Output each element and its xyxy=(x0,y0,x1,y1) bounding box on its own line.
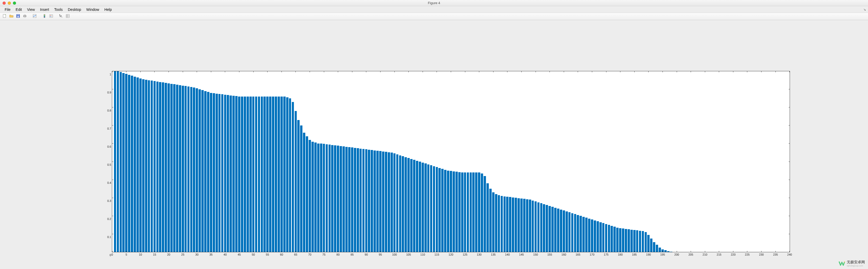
x-tick-label: 50 xyxy=(252,253,255,256)
bar xyxy=(407,158,410,252)
bar xyxy=(221,94,224,252)
x-tick-mark xyxy=(408,71,409,72)
bar xyxy=(297,120,300,252)
menu-file[interactable]: File xyxy=(2,7,13,12)
x-tick-label: 60 xyxy=(280,253,283,256)
bar xyxy=(227,95,229,252)
bar xyxy=(136,77,139,252)
bar xyxy=(320,143,322,252)
x-tick-label: 125 xyxy=(463,253,467,256)
x-tick-mark xyxy=(662,251,663,252)
bar xyxy=(360,149,362,252)
bar xyxy=(224,95,226,252)
minimize-window-button[interactable] xyxy=(8,2,11,5)
property-inspector-icon xyxy=(66,14,70,19)
bar xyxy=(114,71,116,252)
x-tick-mark xyxy=(775,251,776,252)
bar xyxy=(368,150,370,252)
window-controls xyxy=(0,2,16,5)
new-figure-button[interactable] xyxy=(2,14,8,20)
menu-help[interactable]: Help xyxy=(102,7,115,12)
x-tick-mark xyxy=(535,251,536,252)
x-tick-label: 140 xyxy=(505,253,510,256)
bar xyxy=(599,222,602,252)
x-tick-label: 235 xyxy=(773,253,778,256)
bar xyxy=(503,197,506,252)
bar xyxy=(402,156,404,252)
bar xyxy=(151,80,153,252)
bar xyxy=(441,169,443,252)
menu-window[interactable]: Window xyxy=(84,7,102,12)
zoom-window-button[interactable] xyxy=(13,2,16,5)
bar xyxy=(286,97,288,252)
menubar-overflow-icon[interactable]: ↘ xyxy=(863,8,866,11)
new-figure-icon xyxy=(3,14,7,19)
edit-plot-button[interactable] xyxy=(58,14,64,20)
link-plot-button[interactable] xyxy=(32,14,38,20)
x-tick-mark xyxy=(324,251,324,252)
bar xyxy=(523,199,526,252)
bar xyxy=(167,83,170,252)
bar xyxy=(357,148,359,252)
bar xyxy=(425,163,427,252)
menu-insert[interactable]: Insert xyxy=(37,7,52,12)
x-tick-mark xyxy=(281,71,282,72)
bar xyxy=(405,157,407,252)
x-tick-mark xyxy=(535,71,536,72)
x-tick-mark xyxy=(352,251,352,252)
x-tick-mark xyxy=(112,251,113,252)
bar xyxy=(416,161,418,252)
x-tick-mark xyxy=(775,71,776,72)
x-tick-mark xyxy=(465,251,465,252)
close-window-button[interactable] xyxy=(3,2,6,5)
x-tick-label: 90 xyxy=(365,253,368,256)
menu-view[interactable]: View xyxy=(25,7,37,12)
bar xyxy=(568,212,571,252)
bar xyxy=(534,201,537,252)
bar xyxy=(456,172,458,252)
x-tick-label: 205 xyxy=(688,253,693,256)
save-button[interactable] xyxy=(15,14,21,20)
bar xyxy=(213,93,215,252)
x-tick-label: 35 xyxy=(209,253,213,256)
x-tick-mark xyxy=(479,71,479,72)
bar xyxy=(309,140,311,252)
print-button[interactable] xyxy=(22,14,28,20)
bar xyxy=(458,172,461,252)
y-tick-label: 0.3 xyxy=(107,199,111,202)
bar xyxy=(602,223,604,252)
bar xyxy=(597,221,599,252)
menu-tools[interactable]: Tools xyxy=(52,7,65,12)
menu-desktop[interactable]: Desktop xyxy=(65,7,84,12)
property-inspector-button[interactable] xyxy=(65,14,71,20)
x-tick-mark xyxy=(451,71,451,72)
bar xyxy=(202,90,204,252)
x-tick-label: 120 xyxy=(448,253,453,256)
x-tick-label: 15 xyxy=(153,253,156,256)
x-tick-mark xyxy=(267,71,268,72)
x-tick-label: 185 xyxy=(632,253,637,256)
bar xyxy=(588,218,590,252)
x-tick-mark xyxy=(620,251,620,252)
menu-edit[interactable]: Edit xyxy=(13,7,25,12)
watermark-subtext: wjhotelgroup.com xyxy=(847,265,865,267)
open-button[interactable] xyxy=(8,14,14,20)
insert-legend-button[interactable] xyxy=(48,14,54,20)
bar xyxy=(122,73,125,252)
bar xyxy=(125,74,127,252)
bar xyxy=(613,227,616,252)
bar xyxy=(396,155,399,252)
x-tick-mark xyxy=(225,251,225,252)
insert-colorbar-button[interactable] xyxy=(41,14,48,20)
bar xyxy=(382,152,384,252)
watermark-text: 无极安卓网 xyxy=(847,260,865,264)
bar xyxy=(413,160,415,252)
y-tick-mark xyxy=(788,216,790,216)
bar xyxy=(173,84,176,252)
bar xyxy=(616,228,619,252)
x-tick-mark xyxy=(197,251,197,252)
bar xyxy=(470,172,472,252)
x-tick-mark xyxy=(197,71,197,72)
x-tick-mark xyxy=(620,71,620,72)
x-tick-mark xyxy=(564,71,564,72)
